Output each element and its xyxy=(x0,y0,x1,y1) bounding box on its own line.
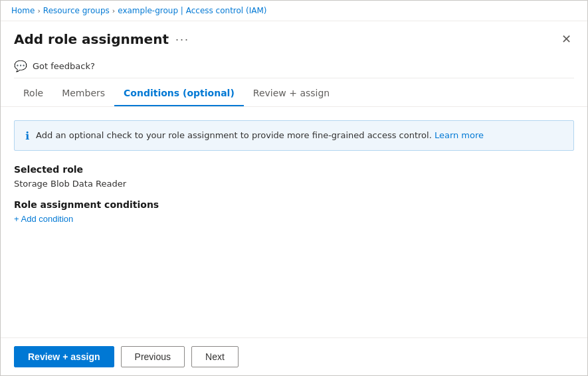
info-text-content: Add an optional check to your role assig… xyxy=(36,130,432,140)
panel-header: Add role assignment ··· ✕ xyxy=(1,21,587,54)
selected-role-value: Storage Blob Data Reader xyxy=(14,179,574,189)
learn-more-link[interactable]: Learn more xyxy=(435,130,484,140)
next-button[interactable]: Next xyxy=(191,346,239,367)
info-box: ℹ Add an optional check to your role ass… xyxy=(14,120,574,151)
panel-title: Add role assignment ··· xyxy=(14,31,189,47)
panel-title-text: Add role assignment xyxy=(14,31,169,47)
breadcrumb: Home › Resource groups › example-group |… xyxy=(1,1,587,21)
tab-members[interactable]: Members xyxy=(52,81,114,106)
review-assign-button[interactable]: Review + assign xyxy=(14,346,114,367)
previous-button[interactable]: Previous xyxy=(121,346,185,367)
tab-role[interactable]: Role xyxy=(14,81,52,106)
breadcrumb-resource-groups[interactable]: Resource groups xyxy=(43,6,110,15)
close-button[interactable]: ✕ xyxy=(559,31,574,48)
divider-1 xyxy=(14,78,574,78)
feedback-text: Got feedback? xyxy=(33,61,95,71)
info-icon: ℹ xyxy=(25,130,29,142)
tab-conditions[interactable]: Conditions (optional) xyxy=(114,81,244,106)
breadcrumb-sep-2: › xyxy=(112,7,115,15)
ellipsis-button[interactable]: ··· xyxy=(175,33,189,45)
add-condition-button[interactable]: + Add condition xyxy=(14,214,73,224)
selected-role-label: Selected role xyxy=(14,164,574,175)
tab-review[interactable]: Review + assign xyxy=(244,81,339,106)
footer: Review + assign Previous Next xyxy=(1,337,587,375)
feedback-bar: 💬 Got feedback? xyxy=(1,54,587,78)
tab-bar: Role Members Conditions (optional) Revie… xyxy=(1,81,587,107)
info-text: Add an optional check to your role assig… xyxy=(36,129,484,142)
panel-content: ℹ Add an optional check to your role ass… xyxy=(1,107,587,337)
add-role-assignment-panel: Home › Resource groups › example-group |… xyxy=(0,0,588,376)
conditions-label: Role assignment conditions xyxy=(14,199,574,210)
breadcrumb-home[interactable]: Home xyxy=(11,6,35,15)
breadcrumb-access-control[interactable]: example-group | Access control (IAM) xyxy=(118,6,266,15)
feedback-icon: 💬 xyxy=(14,60,27,72)
breadcrumb-sep-1: › xyxy=(37,7,40,15)
